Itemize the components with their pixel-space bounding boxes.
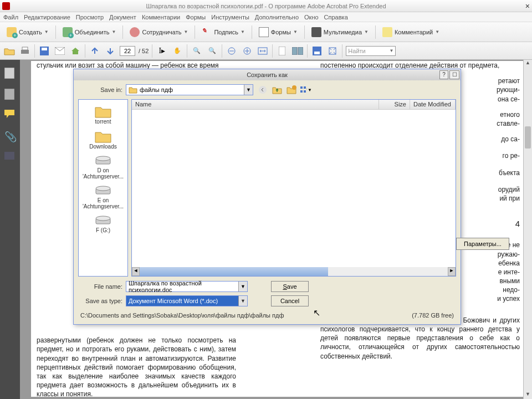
dialog-help-icon[interactable]: ? — [439, 70, 448, 79]
back-icon[interactable] — [257, 84, 269, 96]
type-combo[interactable]: Документ Microsoft Word (*.doc) ▼ — [126, 295, 248, 306]
place-drive-d[interactable]: D on 'Achtungserver... — [80, 154, 126, 180]
col-size[interactable]: Size — [379, 100, 410, 109]
forms-icon — [259, 27, 269, 37]
col-date[interactable]: Date Modified — [410, 100, 456, 109]
place-torrent[interactable]: torrent — [94, 104, 112, 125]
places-bar: torrent Downloads D on 'Achtungserver...… — [78, 99, 128, 277]
svg-rect-19 — [4, 152, 14, 160]
params-button[interactable]: Параметры... — [456, 238, 509, 250]
chevron-down-icon[interactable]: ▼ — [238, 296, 247, 306]
svg-rect-13 — [298, 47, 303, 55]
up-folder-icon[interactable] — [271, 84, 283, 96]
chevron-down-icon[interactable]: ▼ — [244, 85, 253, 95]
save-in-combo[interactable]: файлы пдф ▼ — [126, 84, 253, 95]
svg-rect-3 — [42, 48, 47, 50]
vertical-scrollbar[interactable]: ▲ ▼ — [523, 60, 532, 399]
close-icon[interactable]: × — [525, 2, 530, 11]
search-input[interactable]: Найти▼ — [346, 46, 396, 56]
zoom-in-icon[interactable] — [241, 45, 253, 57]
menu-forms[interactable]: Формы — [186, 14, 206, 21]
combine-button[interactable]: +Объединить▼ — [59, 26, 120, 38]
pages-panel-icon[interactable] — [4, 68, 16, 79]
cancel-button[interactable]: Cancel — [271, 295, 309, 306]
hand-tool-icon[interactable]: ✋ — [171, 45, 183, 57]
collab-button[interactable]: Сотрудничать▼ — [126, 26, 191, 38]
menu-comments[interactable]: Комментарии — [142, 14, 180, 21]
multimedia-button[interactable]: Мультимедиа▼ — [308, 26, 372, 38]
combine-icon: + — [63, 27, 73, 37]
attach-panel-icon[interactable]: 📎 — [4, 131, 16, 142]
select-tool-icon[interactable]: I▶ — [156, 45, 168, 57]
filename-input[interactable]: Шпаргалка по возрастной психологии.doc ▼ — [126, 281, 248, 292]
file-list-hscroll[interactable]: ◄ ► — [132, 267, 456, 276]
scroll-down-icon[interactable]: ▼ — [524, 391, 532, 399]
fit-width-icon[interactable] — [257, 45, 269, 57]
svg-rect-1 — [22, 47, 28, 50]
chevron-down-icon[interactable]: ▼ — [238, 282, 247, 291]
comments-button[interactable]: Комментарий▼ — [379, 26, 443, 38]
filename-label: File name: — [78, 283, 122, 290]
fullscreen-icon[interactable] — [326, 45, 339, 57]
path-text: C:\Documents and Settings\Sobaka\Desktop… — [80, 312, 284, 319]
save-button[interactable]: Save — [271, 281, 309, 292]
save-icon[interactable] — [38, 45, 50, 57]
svg-point-29 — [96, 186, 110, 191]
comments-icon — [382, 27, 392, 37]
sign-icon: ✎ — [202, 27, 212, 37]
menu-window[interactable]: Окно — [304, 14, 319, 21]
menu-file[interactable]: Файл — [3, 14, 18, 21]
menu-tools[interactable]: Инструменты — [211, 14, 249, 21]
sign-panel-icon[interactable] — [4, 152, 16, 163]
zoom-out-icon[interactable] — [226, 45, 238, 57]
svg-rect-0 — [21, 50, 29, 54]
svg-point-20 — [259, 86, 267, 94]
bookmark-panel-icon[interactable] — [4, 89, 16, 100]
save-as-dialog: Сохранить как ? ☐ Save in: файлы пдф ▼ ▼ — [73, 69, 461, 325]
zoom-tool-icon[interactable]: 🔍 — [206, 45, 218, 57]
scroll-up-icon[interactable]: ▲ — [524, 60, 532, 68]
hscroll-thumb[interactable] — [140, 267, 328, 276]
new-folder-icon[interactable] — [285, 84, 298, 96]
svg-rect-18 — [4, 89, 14, 100]
svg-rect-17 — [4, 68, 14, 79]
menu-additional[interactable]: Дополнительно — [255, 14, 299, 21]
scroll-left-icon[interactable]: ◄ — [132, 267, 140, 276]
menu-edit[interactable]: Редактирование — [24, 14, 70, 21]
page-total: / 52 — [139, 48, 149, 54]
svg-rect-24 — [304, 86, 306, 89]
home-icon[interactable] — [69, 45, 81, 57]
place-downloads[interactable]: Downloads — [89, 129, 116, 150]
two-page-icon[interactable] — [291, 45, 304, 57]
zoom-select-icon[interactable]: 🔍 — [191, 45, 203, 57]
sign-button[interactable]: ✎Подпись▼ — [198, 26, 248, 38]
open-icon[interactable] — [3, 45, 16, 57]
print-icon[interactable] — [19, 45, 31, 57]
scroll-thumb[interactable] — [525, 126, 531, 149]
dialog-close-icon[interactable]: ☐ — [449, 70, 459, 79]
collab-icon — [130, 27, 140, 37]
menu-help[interactable]: Справка — [324, 14, 348, 21]
menu-document[interactable]: Документ — [109, 14, 136, 21]
view-menu-icon[interactable]: ▼ — [300, 84, 312, 96]
menu-view[interactable]: Просмотр — [76, 14, 104, 21]
multimedia-icon — [311, 27, 321, 37]
scroll-right-icon[interactable]: ► — [448, 267, 456, 276]
create-button[interactable]: Создать▼ — [3, 26, 52, 38]
file-list[interactable]: Name Size Date Modified ◄ ► — [131, 99, 456, 277]
svg-rect-12 — [292, 47, 297, 55]
single-page-icon[interactable] — [276, 45, 288, 57]
place-drive-f[interactable]: F (G:) — [94, 214, 112, 233]
col-name[interactable]: Name — [132, 100, 379, 109]
window-title: Шпаргалка по возрастной психологии.pdf -… — [146, 3, 386, 9]
forms-button[interactable]: Формы▼ — [255, 26, 301, 38]
save-disk-icon[interactable] — [311, 45, 323, 57]
place-drive-e[interactable]: E on 'Achtungserver... — [80, 184, 126, 209]
mail-icon[interactable] — [54, 45, 66, 57]
next-page-icon[interactable] — [104, 45, 116, 57]
toolbar-main: Создать▼ +Объединить▼ Сотрудничать▼ ✎Под… — [0, 22, 532, 42]
svg-rect-23 — [300, 90, 303, 93]
comment-panel-icon[interactable] — [4, 110, 16, 121]
prev-page-icon[interactable] — [89, 45, 101, 57]
page-input[interactable] — [120, 46, 135, 56]
